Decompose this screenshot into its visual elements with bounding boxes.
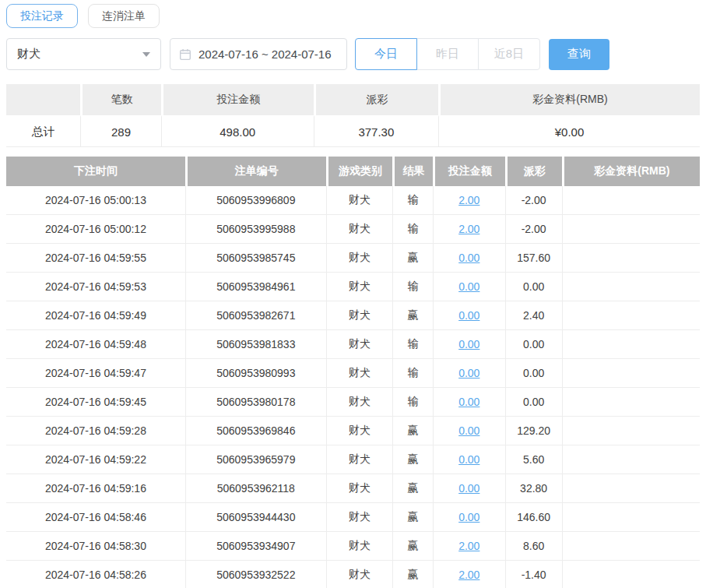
page: 投注记录 连消注单 财犬 2024-07-16 ~ 2024-07-16 今日 … xyxy=(0,0,706,588)
payout-cell: 32.80 xyxy=(505,474,562,503)
yesterday-button[interactable]: 昨日 xyxy=(416,38,479,70)
col-bet-time: 下注时间 xyxy=(6,157,185,186)
filter-bar: 财犬 2024-07-16 ~ 2024-07-16 今日 昨日 近8日 查询 xyxy=(6,38,700,70)
tab-cancelled-orders[interactable]: 连消注单 xyxy=(88,4,160,28)
tab-bar: 投注记录 连消注单 xyxy=(6,4,700,28)
result-cell: 赢 xyxy=(392,532,433,561)
date-range-value: 2024-07-16 ~ 2024-07-16 xyxy=(198,48,332,61)
bet-time-cell: 2024-07-16 05:00:12 xyxy=(6,215,185,244)
game-select[interactable]: 财犬 xyxy=(6,38,161,70)
bet-time-cell: 2024-07-16 04:59:49 xyxy=(6,301,185,330)
bet-amount-link[interactable]: 0.00 xyxy=(458,482,479,495)
bonus-cell xyxy=(562,503,700,532)
bet-amount-link[interactable]: 2.00 xyxy=(458,223,479,235)
result-cell: 赢 xyxy=(392,561,433,588)
order-number-cell: 5060953995988 xyxy=(185,215,326,244)
summary-col-payout: 派彩 xyxy=(314,84,438,115)
result-cell: 输 xyxy=(392,359,433,388)
col-payout: 派彩 xyxy=(505,157,562,186)
date-range-input[interactable]: 2024-07-16 ~ 2024-07-16 xyxy=(170,38,347,70)
table-row: 2024-07-16 04:59:22 5060953965979 财犬 赢 0… xyxy=(6,445,700,474)
bet-amount-link[interactable]: 2.00 xyxy=(458,569,479,581)
last-8-days-button[interactable]: 近8日 xyxy=(478,38,540,70)
game-type-cell: 财犬 xyxy=(326,503,393,532)
summary-col-bonus: 彩金资料(RMB) xyxy=(438,84,700,115)
result-cell: 赢 xyxy=(392,301,433,330)
bet-amount-link[interactable]: 0.00 xyxy=(458,511,479,523)
bet-amount-cell: 2.00 xyxy=(433,186,505,215)
bet-time-cell: 2024-07-16 04:59:28 xyxy=(6,417,185,445)
bet-amount-cell: 0.00 xyxy=(433,388,505,417)
table-row: 2024-07-16 04:59:45 5060953980178 财犬 输 0… xyxy=(6,388,700,417)
tab-bet-records[interactable]: 投注记录 xyxy=(6,4,78,28)
game-select-value: 财犬 xyxy=(17,47,40,62)
bet-amount-link[interactable]: 0.00 xyxy=(458,309,479,322)
order-number-cell: 5060953969846 xyxy=(185,417,326,445)
summary-header-row: 笔数 投注金额 派彩 彩金资料(RMB) xyxy=(6,84,700,115)
summary-col-count: 笔数 xyxy=(80,84,160,115)
result-cell: 输 xyxy=(392,388,433,417)
bet-time-cell: 2024-07-16 04:58:26 xyxy=(6,561,185,588)
bet-amount-cell: 0.00 xyxy=(433,359,505,388)
bonus-cell xyxy=(562,215,700,244)
bet-amount-link[interactable]: 0.00 xyxy=(458,367,479,379)
bet-amount-link[interactable]: 0.00 xyxy=(458,424,479,437)
bet-amount-cell: 2.00 xyxy=(433,532,505,561)
order-number-cell: 5060953980178 xyxy=(185,388,326,417)
bonus-cell xyxy=(562,417,700,445)
summary-total-label: 总计 xyxy=(6,115,80,147)
col-game-type: 游戏类别 xyxy=(326,157,393,186)
bet-amount-cell: 2.00 xyxy=(433,561,505,588)
bet-amount-link[interactable]: 0.00 xyxy=(458,338,479,350)
col-bet-amount: 投注金额 xyxy=(433,157,505,186)
order-number-cell: 5060953932522 xyxy=(185,561,326,588)
result-cell: 赢 xyxy=(392,474,433,503)
bet-amount-cell: 0.00 xyxy=(433,445,505,474)
search-button[interactable]: 查询 xyxy=(549,39,609,70)
bet-time-cell: 2024-07-16 04:59:55 xyxy=(6,244,185,273)
game-type-cell: 财犬 xyxy=(326,215,393,244)
calendar-icon xyxy=(179,48,191,61)
records-header-row: 下注时间 注单编号 游戏类别 结果 投注金额 派彩 彩金资料(RMB) xyxy=(6,157,700,186)
bonus-cell xyxy=(562,474,700,503)
table-row: 2024-07-16 04:59:53 5060953984961 财犬 输 0… xyxy=(6,273,700,301)
bet-amount-link[interactable]: 0.00 xyxy=(458,252,479,264)
game-type-cell: 财犬 xyxy=(326,186,393,215)
bet-time-cell: 2024-07-16 05:00:13 xyxy=(6,186,185,215)
table-row: 2024-07-16 04:59:28 5060953969846 财犬 赢 0… xyxy=(6,417,700,445)
payout-cell: -1.40 xyxy=(505,561,562,588)
game-type-cell: 财犬 xyxy=(326,273,393,301)
caret-down-icon xyxy=(142,52,150,57)
today-button[interactable]: 今日 xyxy=(355,38,417,70)
table-row: 2024-07-16 04:59:16 5060953962118 财犬 赢 0… xyxy=(6,474,700,503)
result-cell: 赢 xyxy=(392,445,433,474)
table-row: 2024-07-16 04:59:48 5060953981833 财犬 输 0… xyxy=(6,330,700,359)
game-type-cell: 财犬 xyxy=(326,417,393,445)
payout-cell: 0.00 xyxy=(505,359,562,388)
payout-cell: 0.00 xyxy=(505,330,562,359)
bet-amount-link[interactable]: 2.00 xyxy=(458,540,479,552)
bonus-cell xyxy=(562,388,700,417)
table-row: 2024-07-16 04:59:47 5060953980993 财犬 输 0… xyxy=(6,359,700,388)
order-number-cell: 5060953985745 xyxy=(185,244,326,273)
summary-total-row: 总计 289 498.00 377.30 ¥0.00 xyxy=(6,115,700,147)
summary-col-bet-amount: 投注金额 xyxy=(161,84,314,115)
table-row: 2024-07-16 04:58:46 5060953944430 财犬 赢 0… xyxy=(6,503,700,532)
bonus-cell xyxy=(562,244,700,273)
game-type-cell: 财犬 xyxy=(326,445,393,474)
summary-table: 笔数 投注金额 派彩 彩金资料(RMB) 总计 289 498.00 377.3… xyxy=(6,84,700,147)
order-number-cell: 5060953981833 xyxy=(185,330,326,359)
game-type-cell: 财犬 xyxy=(326,244,393,273)
table-row: 2024-07-16 04:58:30 5060953934907 财犬 赢 2… xyxy=(6,532,700,561)
bet-amount-link[interactable]: 0.00 xyxy=(458,396,479,408)
bet-amount-link[interactable]: 0.00 xyxy=(458,280,479,293)
summary-col-empty xyxy=(6,84,80,115)
game-type-cell: 财犬 xyxy=(326,359,393,388)
bet-amount-cell: 0.00 xyxy=(433,417,505,445)
bonus-cell xyxy=(562,330,700,359)
bet-amount-link[interactable]: 0.00 xyxy=(458,453,479,466)
order-number-cell: 5060953944430 xyxy=(185,503,326,532)
order-number-cell: 5060953934907 xyxy=(185,532,326,561)
payout-cell: 0.00 xyxy=(505,273,562,301)
bet-amount-link[interactable]: 2.00 xyxy=(458,194,479,206)
